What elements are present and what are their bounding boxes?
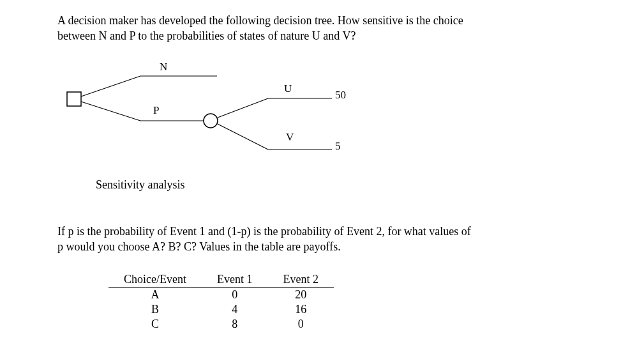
- sensitivity-heading: Sensitivity analysis: [96, 178, 644, 192]
- table-cell: 16: [267, 302, 334, 317]
- problem1-line2: between N and P to the probabilities of …: [57, 29, 356, 42]
- problem1-text: A decision maker has developed the follo…: [57, 13, 581, 44]
- table-row: A 0 20: [109, 288, 334, 303]
- tree-label-N: N: [160, 61, 167, 73]
- table-header-event2: Event 2: [267, 272, 334, 288]
- svg-line-3: [81, 102, 140, 121]
- tree-label-P: P: [153, 104, 159, 117]
- svg-line-1: [81, 76, 140, 96]
- table-cell: 4: [202, 302, 268, 317]
- problem2-line1: If p is the probability of Event 1 and (…: [57, 225, 471, 238]
- table-cell: 0: [202, 288, 268, 303]
- table-cell: B: [109, 302, 202, 317]
- table-cell: C: [109, 317, 202, 332]
- problem2-line2: p would you choose A? B? C? Values in th…: [57, 240, 341, 253]
- payoff-table: Choice/Event Event 1 Event 2 A 0 20 B 4 …: [109, 272, 334, 332]
- problem2-text: If p is the probability of Event 1 and (…: [57, 224, 587, 255]
- decision-tree-diagram: N P U 50 V 5: [64, 57, 383, 172]
- svg-line-8: [218, 124, 268, 150]
- problem1-line1: A decision maker has developed the follo…: [57, 14, 463, 27]
- tree-label-V: V: [286, 131, 294, 144]
- table-header-event1: Event 1: [202, 272, 268, 288]
- table-cell: 8: [202, 317, 268, 332]
- table-header-row: Choice/Event Event 1 Event 2: [109, 272, 334, 288]
- tree-value-V: 5: [335, 140, 341, 153]
- svg-rect-0: [67, 92, 81, 106]
- table-cell: 0: [267, 317, 334, 332]
- svg-point-5: [204, 114, 218, 128]
- table-cell: 20: [267, 288, 334, 303]
- table-row: C 8 0: [109, 317, 334, 332]
- tree-label-U: U: [284, 82, 292, 95]
- table-header-choice: Choice/Event: [109, 272, 202, 288]
- tree-svg: [64, 57, 383, 172]
- table-cell: A: [109, 288, 202, 303]
- svg-line-6: [218, 98, 268, 118]
- table-row: B 4 16: [109, 302, 334, 317]
- tree-value-U: 50: [335, 89, 346, 102]
